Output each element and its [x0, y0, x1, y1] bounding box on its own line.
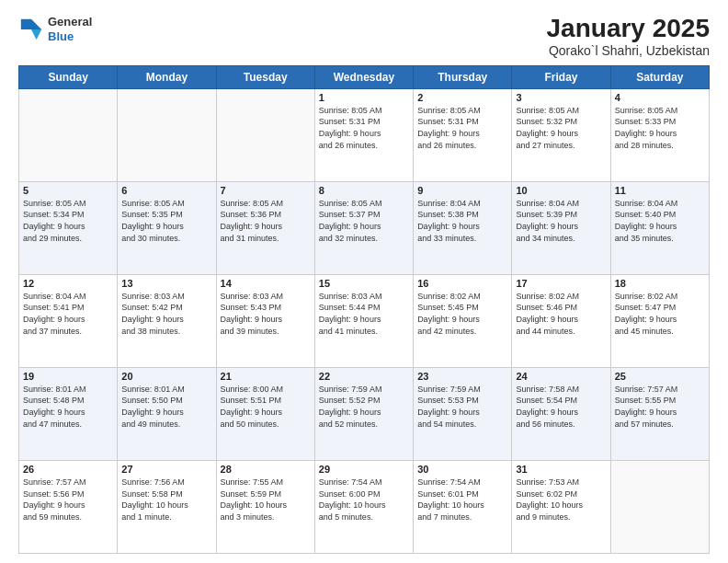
day-number: 27	[121, 464, 211, 475]
day-info: Sunrise: 8:01 AM Sunset: 5:50 PM Dayligh…	[121, 384, 211, 430]
title-section: January 2025 Qorako`l Shahri, Uzbekistan	[547, 15, 710, 58]
day-number: 19	[23, 371, 113, 382]
calendar-cell	[610, 460, 709, 553]
day-info: Sunrise: 8:03 AM Sunset: 5:43 PM Dayligh…	[221, 291, 311, 337]
header: General Blue January 2025 Qorako`l Shahr…	[18, 15, 710, 58]
calendar-week-row-0: 1Sunrise: 8:05 AM Sunset: 5:31 PM Daylig…	[19, 88, 710, 181]
calendar-cell: 13Sunrise: 8:03 AM Sunset: 5:42 PM Dayli…	[118, 274, 216, 367]
header-wednesday: Wednesday	[314, 65, 413, 88]
day-number: 17	[516, 278, 606, 289]
calendar-cell: 12Sunrise: 8:04 AM Sunset: 5:41 PM Dayli…	[19, 274, 118, 367]
calendar-cell: 26Sunrise: 7:57 AM Sunset: 5:56 PM Dayli…	[19, 460, 118, 553]
day-info: Sunrise: 8:05 AM Sunset: 5:33 PM Dayligh…	[615, 105, 705, 151]
logo: General Blue	[18, 15, 92, 43]
calendar-cell: 3Sunrise: 8:05 AM Sunset: 5:32 PM Daylig…	[512, 88, 610, 181]
calendar-cell: 31Sunrise: 7:53 AM Sunset: 6:02 PM Dayli…	[512, 460, 610, 553]
day-number: 18	[615, 278, 705, 289]
day-info: Sunrise: 8:05 AM Sunset: 5:32 PM Dayligh…	[516, 105, 606, 151]
logo-blue-text: Blue	[48, 29, 74, 43]
calendar-cell: 20Sunrise: 8:01 AM Sunset: 5:50 PM Dayli…	[118, 367, 216, 460]
calendar-week-row-4: 26Sunrise: 7:57 AM Sunset: 5:56 PM Dayli…	[19, 460, 710, 553]
day-info: Sunrise: 8:04 AM Sunset: 5:41 PM Dayligh…	[23, 291, 113, 337]
calendar-week-row-3: 19Sunrise: 8:01 AM Sunset: 5:48 PM Dayli…	[19, 367, 710, 460]
header-sunday: Sunday	[19, 65, 118, 88]
day-number: 12	[23, 278, 113, 289]
day-number: 20	[121, 371, 211, 382]
header-thursday: Thursday	[414, 65, 512, 88]
calendar-week-row-1: 5Sunrise: 8:05 AM Sunset: 5:34 PM Daylig…	[19, 181, 710, 274]
calendar-cell: 7Sunrise: 8:05 AM Sunset: 5:36 PM Daylig…	[216, 181, 314, 274]
day-number: 10	[516, 185, 606, 196]
svg-marker-1	[31, 29, 41, 40]
day-info: Sunrise: 8:01 AM Sunset: 5:48 PM Dayligh…	[23, 384, 113, 430]
day-number: 28	[221, 464, 311, 475]
day-number: 26	[23, 464, 113, 475]
day-info: Sunrise: 8:03 AM Sunset: 5:42 PM Dayligh…	[121, 291, 211, 337]
day-number: 29	[319, 464, 409, 475]
day-number: 2	[417, 92, 507, 103]
day-info: Sunrise: 8:02 AM Sunset: 5:46 PM Dayligh…	[516, 291, 606, 337]
calendar-cell: 19Sunrise: 8:01 AM Sunset: 5:48 PM Dayli…	[19, 367, 118, 460]
day-info: Sunrise: 8:04 AM Sunset: 5:38 PM Dayligh…	[417, 198, 507, 244]
calendar-cell: 1Sunrise: 8:05 AM Sunset: 5:31 PM Daylig…	[314, 88, 413, 181]
day-number: 30	[417, 464, 507, 475]
day-info: Sunrise: 7:53 AM Sunset: 6:02 PM Dayligh…	[516, 477, 606, 523]
day-number: 16	[417, 278, 507, 289]
day-number: 14	[221, 278, 311, 289]
day-info: Sunrise: 7:54 AM Sunset: 6:01 PM Dayligh…	[417, 477, 507, 523]
calendar-cell	[216, 88, 314, 181]
day-info: Sunrise: 7:56 AM Sunset: 5:58 PM Dayligh…	[121, 477, 211, 523]
day-info: Sunrise: 8:02 AM Sunset: 5:47 PM Dayligh…	[615, 291, 705, 337]
calendar-cell: 11Sunrise: 8:04 AM Sunset: 5:40 PM Dayli…	[610, 181, 709, 274]
logo-icon	[18, 17, 44, 42]
calendar-week-row-2: 12Sunrise: 8:04 AM Sunset: 5:41 PM Dayli…	[19, 274, 710, 367]
day-info: Sunrise: 8:05 AM Sunset: 5:37 PM Dayligh…	[319, 198, 409, 244]
svg-rect-2	[21, 18, 31, 29]
day-number: 8	[319, 185, 409, 196]
logo-general-text: General	[48, 15, 92, 29]
day-number: 7	[221, 185, 311, 196]
calendar-cell: 5Sunrise: 8:05 AM Sunset: 5:34 PM Daylig…	[19, 181, 118, 274]
page: General Blue January 2025 Qorako`l Shahr…	[0, 0, 728, 563]
calendar-cell: 17Sunrise: 8:02 AM Sunset: 5:46 PM Dayli…	[512, 274, 610, 367]
calendar-header-row: Sunday Monday Tuesday Wednesday Thursday…	[19, 65, 710, 88]
calendar-cell: 27Sunrise: 7:56 AM Sunset: 5:58 PM Dayli…	[118, 460, 216, 553]
calendar-cell: 15Sunrise: 8:03 AM Sunset: 5:44 PM Dayli…	[314, 274, 413, 367]
day-number: 9	[417, 185, 507, 196]
day-info: Sunrise: 7:57 AM Sunset: 5:56 PM Dayligh…	[23, 477, 113, 523]
day-number: 15	[319, 278, 409, 289]
page-subtitle: Qorako`l Shahri, Uzbekistan	[547, 43, 710, 58]
day-number: 24	[516, 371, 606, 382]
calendar-cell: 21Sunrise: 8:00 AM Sunset: 5:51 PM Dayli…	[216, 367, 314, 460]
header-tuesday: Tuesday	[216, 65, 314, 88]
calendar-cell: 23Sunrise: 7:59 AM Sunset: 5:53 PM Dayli…	[414, 367, 512, 460]
day-number: 31	[516, 464, 606, 475]
calendar-cell: 30Sunrise: 7:54 AM Sunset: 6:01 PM Dayli…	[414, 460, 512, 553]
logo-text: General Blue	[48, 15, 92, 43]
day-info: Sunrise: 8:05 AM Sunset: 5:36 PM Dayligh…	[221, 198, 311, 244]
calendar-cell: 6Sunrise: 8:05 AM Sunset: 5:35 PM Daylig…	[118, 181, 216, 274]
day-info: Sunrise: 8:03 AM Sunset: 5:44 PM Dayligh…	[319, 291, 409, 337]
day-number: 11	[615, 185, 705, 196]
calendar-cell: 9Sunrise: 8:04 AM Sunset: 5:38 PM Daylig…	[414, 181, 512, 274]
day-info: Sunrise: 7:54 AM Sunset: 6:00 PM Dayligh…	[319, 477, 409, 523]
calendar-cell: 4Sunrise: 8:05 AM Sunset: 5:33 PM Daylig…	[610, 88, 709, 181]
day-number: 25	[615, 371, 705, 382]
page-title: January 2025	[547, 15, 710, 43]
day-number: 22	[319, 371, 409, 382]
day-info: Sunrise: 8:05 AM Sunset: 5:31 PM Dayligh…	[319, 105, 409, 151]
day-number: 4	[615, 92, 705, 103]
calendar-cell: 25Sunrise: 7:57 AM Sunset: 5:55 PM Dayli…	[610, 367, 709, 460]
day-number: 23	[417, 371, 507, 382]
day-number: 13	[121, 278, 211, 289]
day-info: Sunrise: 8:04 AM Sunset: 5:39 PM Dayligh…	[516, 198, 606, 244]
day-number: 3	[516, 92, 606, 103]
calendar-cell: 28Sunrise: 7:55 AM Sunset: 5:59 PM Dayli…	[216, 460, 314, 553]
day-info: Sunrise: 7:57 AM Sunset: 5:55 PM Dayligh…	[615, 384, 705, 430]
calendar-table: Sunday Monday Tuesday Wednesday Thursday…	[18, 65, 710, 554]
calendar-cell: 22Sunrise: 7:59 AM Sunset: 5:52 PM Dayli…	[314, 367, 413, 460]
calendar-cell: 24Sunrise: 7:58 AM Sunset: 5:54 PM Dayli…	[512, 367, 610, 460]
header-friday: Friday	[512, 65, 610, 88]
calendar-cell: 16Sunrise: 8:02 AM Sunset: 5:45 PM Dayli…	[414, 274, 512, 367]
calendar-cell	[118, 88, 216, 181]
